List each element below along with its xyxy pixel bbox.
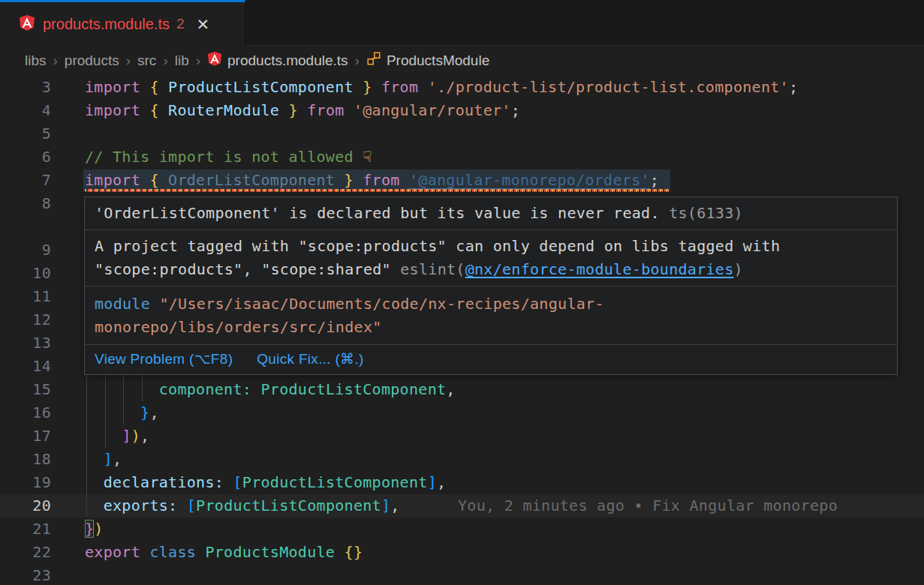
- code-text: exports: [ProductListComponent],: [85, 494, 400, 518]
- code-token: ,: [113, 450, 122, 468]
- code-line-22[interactable]: 22export class ProductsModule {}: [0, 541, 924, 564]
- code-line-16[interactable]: 16 },: [0, 401, 924, 424]
- quick-fix-action[interactable]: Quick Fix... (⌘.): [257, 350, 363, 368]
- chevron-right-icon: ›: [53, 52, 58, 69]
- tab-products-module[interactable]: products.module.ts 2 ✕: [0, 0, 245, 46]
- code-token: from: [354, 171, 409, 189]
- code-line-17[interactable]: 17 ]),: [0, 424, 924, 448]
- tab-bar: products.module.ts 2 ✕: [0, 0, 924, 46]
- line-number[interactable]: 16: [0, 401, 51, 424]
- line-number[interactable]: 8: [0, 192, 51, 215]
- code-token: exports:: [104, 496, 178, 514]
- close-icon[interactable]: ✕: [197, 16, 210, 32]
- eslint-rule-link[interactable]: @nx/enforce-module-boundaries: [465, 260, 734, 278]
- code-line-5[interactable]: 5: [0, 122, 924, 146]
- line-number[interactable]: 13: [0, 332, 51, 355]
- diagnostic-ts: 'OrderListComponent' is declared but its…: [85, 197, 897, 230]
- chevron-right-icon: ›: [126, 52, 131, 69]
- view-problem-action[interactable]: View Problem (⌥F8): [95, 350, 233, 368]
- breadcrumb-item-src[interactable]: src: [137, 52, 156, 69]
- code-token: ☟: [363, 148, 372, 166]
- code-token: [85, 380, 159, 398]
- line-number[interactable]: 19: [0, 471, 51, 494]
- line-number[interactable]: 3: [0, 76, 51, 99]
- breadcrumb-item-products[interactable]: products: [65, 52, 119, 69]
- line-number[interactable]: 18: [0, 448, 51, 471]
- module-keyword: module: [95, 295, 150, 313]
- code-token: import: [85, 171, 149, 189]
- code-token: ;: [511, 101, 520, 119]
- code-text: declarations: [ProductListComponent],: [85, 471, 446, 494]
- code-token: {}: [345, 543, 363, 561]
- breadcrumb-item-file[interactable]: products.module.ts: [207, 51, 348, 70]
- code-token: [85, 404, 140, 422]
- line-number[interactable]: 21: [0, 518, 51, 541]
- line-number[interactable]: 14: [0, 355, 51, 378]
- line-number[interactable]: 20: [0, 494, 51, 518]
- line-number[interactable]: 5: [0, 122, 51, 146]
- code-token: RouterModule: [159, 101, 289, 119]
- code-token: ProductsModule: [205, 543, 344, 561]
- line-number[interactable]: 17: [0, 424, 51, 448]
- git-blame-annotation: You, 2 minutes ago • Fix Angular monorep…: [458, 494, 838, 518]
- code-token: ]: [381, 496, 390, 514]
- code-line-3[interactable]: 3import { ProductListComponent } from '.…: [0, 76, 924, 99]
- code-token: ProductListComponent: [261, 380, 447, 398]
- line-number[interactable]: 23: [0, 564, 51, 585]
- line-number[interactable]: 12: [0, 308, 51, 332]
- code-token: ,: [390, 496, 399, 514]
- line-number[interactable]: 6: [0, 146, 51, 169]
- code-token: [85, 450, 104, 468]
- code-token: [251, 380, 260, 398]
- code-token: {: [149, 171, 158, 189]
- code-token: import: [85, 101, 149, 119]
- diagnostic-ts-message: 'OrderListComponent' is declared but its…: [95, 204, 660, 222]
- code-token: ): [131, 427, 140, 445]
- code-line-15[interactable]: 15 component: ProductListComponent,: [0, 378, 924, 401]
- code-text: import { RouterModule } from '@angular/r…: [85, 99, 520, 122]
- chevron-right-icon: ›: [196, 52, 200, 69]
- tab-problem-badge: 2: [176, 16, 185, 32]
- code-token: class: [149, 543, 205, 561]
- line-number[interactable]: 7: [0, 169, 51, 192]
- line-number[interactable]: 22: [0, 541, 51, 564]
- code-token: OrderListComponent: [159, 171, 345, 189]
- code-token: declarations:: [104, 473, 224, 491]
- code-line-23[interactable]: 23: [0, 564, 924, 585]
- tab-title: products.module.ts: [43, 16, 170, 33]
- code-token: [85, 427, 122, 445]
- code-line-20[interactable]: 20 exports: [ProductListComponent],You, …: [0, 494, 924, 518]
- code-token: {: [149, 101, 158, 119]
- code-token: from: [372, 78, 428, 96]
- code-token: ProductListComponent: [242, 473, 428, 491]
- chevron-right-icon: ›: [163, 52, 167, 69]
- breadcrumb-item-symbol[interactable]: ProductsModule: [366, 51, 489, 70]
- diagnostic-eslint: A project tagged with "scope:products" c…: [85, 230, 897, 286]
- hover-problem-widget: 'OrderListComponent' is declared but its…: [84, 196, 898, 375]
- line-number[interactable]: 4: [0, 99, 51, 122]
- code-line-21[interactable]: 21}): [0, 518, 924, 541]
- line-number[interactable]: 15: [0, 378, 51, 401]
- code-line-6[interactable]: 6// This import is not allowed ☟: [0, 146, 924, 169]
- code-text: }): [85, 518, 104, 541]
- code-token: }: [345, 171, 354, 189]
- line-number[interactable]: 9: [0, 238, 51, 262]
- code-text: import { ProductListComponent } from './…: [85, 76, 798, 99]
- breadcrumb-item-lib[interactable]: lib: [175, 52, 189, 69]
- code-text: },: [85, 401, 159, 424]
- module-info: module "/Users/isaac/Documents/code/nx-r…: [85, 286, 897, 345]
- line-number[interactable]: 10: [0, 262, 51, 285]
- diagnostic-eslint-source-prefix: eslint(: [400, 260, 465, 278]
- code-line-19[interactable]: 19 declarations: [ProductListComponent],: [0, 471, 924, 494]
- line-number[interactable]: 11: [0, 285, 51, 308]
- code-text: ]),: [85, 424, 149, 448]
- code-token: [85, 473, 104, 491]
- code-line-4[interactable]: 4import { RouterModule } from '@angular/…: [0, 99, 924, 122]
- diagnostic-eslint-message-line1: A project tagged with "scope:products" c…: [95, 237, 780, 255]
- breadcrumb-item-libs[interactable]: libs: [25, 52, 47, 69]
- code-text: component: ProductListComponent,: [85, 378, 456, 401]
- code-token: import: [85, 78, 149, 96]
- code-line-18[interactable]: 18 ],: [0, 448, 924, 471]
- code-token: ,: [437, 473, 446, 491]
- code-line-7[interactable]: 7import { OrderListComponent } from '@an…: [0, 169, 924, 192]
